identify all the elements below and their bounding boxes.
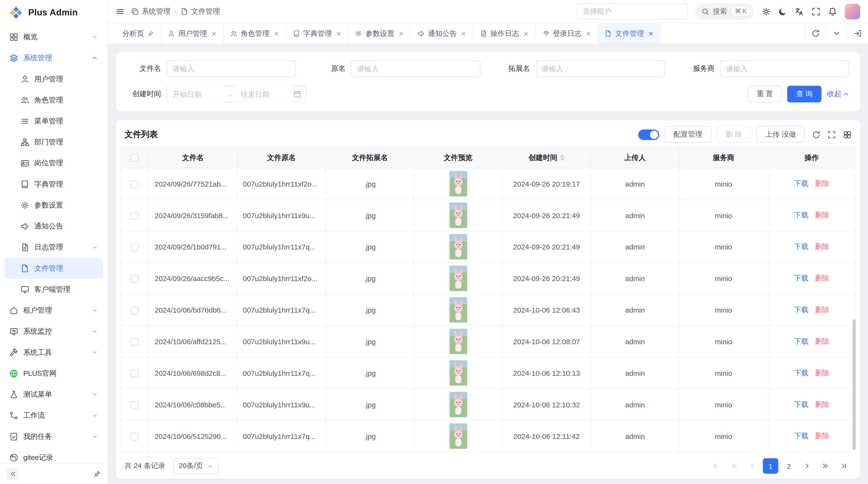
end-date-input[interactable]: [235, 86, 293, 102]
close-tab-icon[interactable]: ×: [399, 29, 404, 38]
delete-button[interactable]: 删 除: [717, 126, 751, 143]
row-checkbox[interactable]: [131, 212, 138, 220]
row-checkbox[interactable]: [131, 180, 138, 188]
page-button-2[interactable]: 2: [781, 458, 797, 474]
close-tab-icon[interactable]: ×: [524, 29, 528, 38]
download-link[interactable]: 下载: [794, 400, 808, 408]
reset-button[interactable]: 重 置: [748, 86, 782, 102]
download-link[interactable]: 下载: [794, 179, 808, 188]
sidebar-item-post-mgmt[interactable]: 岗位管理: [4, 153, 103, 174]
download-link[interactable]: 下载: [794, 305, 808, 314]
close-tab-icon[interactable]: ×: [274, 29, 279, 38]
sidebar-item-overview[interactable]: 概览: [4, 27, 103, 47]
download-link[interactable]: 下载: [794, 274, 808, 282]
download-link[interactable]: 下载: [794, 432, 808, 440]
table-scrollbar[interactable]: [852, 319, 856, 450]
notifications-button[interactable]: [828, 7, 837, 16]
row-checkbox[interactable]: [131, 401, 138, 409]
close-panel-button[interactable]: [847, 23, 868, 44]
row-checkbox[interactable]: [131, 244, 138, 251]
fullscreen-button[interactable]: [812, 7, 820, 16]
delete-link[interactable]: 删除: [815, 179, 830, 188]
tab-analysis[interactable]: 分析页: [116, 23, 161, 44]
config-button[interactable]: 配置管理: [665, 126, 711, 143]
file-preview-thumbnail[interactable]: [449, 392, 467, 417]
start-date-input[interactable]: [167, 86, 225, 102]
download-link[interactable]: 下载: [794, 368, 808, 377]
tab-dict[interactable]: 字典管理×: [286, 23, 348, 44]
sidebar-item-notice[interactable]: 通知公告: [4, 216, 103, 237]
toggle-switch[interactable]: [638, 129, 659, 140]
close-tab-icon[interactable]: ×: [212, 29, 216, 38]
tab-options-button[interactable]: [826, 23, 847, 44]
date-range-input[interactable]: →: [166, 86, 306, 102]
sidebar-item-client-mgmt[interactable]: 客户端管理: [4, 279, 103, 300]
delete-link[interactable]: 删除: [815, 305, 830, 314]
sidebar-item-system-mgmt[interactable]: 系统管理: [4, 47, 103, 68]
sidebar-item-dict-mgmt[interactable]: 字典管理: [4, 174, 103, 195]
delete-link[interactable]: 删除: [815, 243, 830, 251]
original-name-input[interactable]: [351, 60, 480, 77]
sidebar-item-gitee[interactable]: gitee记录: [4, 447, 103, 463]
row-checkbox[interactable]: [131, 369, 138, 377]
query-button[interactable]: 查 询: [787, 86, 822, 102]
collapse-sidebar-button[interactable]: [7, 468, 19, 480]
tenant-select[interactable]: [577, 3, 687, 20]
file-preview-thumbnail[interactable]: [449, 360, 467, 386]
fullscreen-table-button[interactable]: [828, 130, 836, 138]
sidebar-item-tenant-mgmt[interactable]: 租户管理: [4, 300, 103, 321]
row-checkbox[interactable]: [131, 306, 138, 314]
columns-setting-button[interactable]: [843, 130, 851, 138]
page-size-select[interactable]: 20条/页: [173, 458, 218, 474]
file-preview-thumbnail[interactable]: [449, 171, 467, 196]
sidebar-item-workflow[interactable]: 工作流: [4, 405, 103, 426]
sidebar-item-plus-site[interactable]: PLUS官网: [4, 363, 103, 384]
tab-login-log[interactable]: 登录日志×: [536, 23, 598, 44]
file-preview-thumbnail[interactable]: [449, 266, 467, 291]
sidebar-item-role-mgmt[interactable]: 角色管理: [4, 90, 103, 110]
select-all-checkbox[interactable]: [131, 154, 138, 161]
tab-param[interactable]: 参数设置×: [348, 23, 411, 44]
delete-link[interactable]: 删除: [815, 368, 830, 377]
file-preview-thumbnail[interactable]: [449, 202, 467, 228]
delete-link[interactable]: 删除: [815, 211, 830, 219]
first-page-button[interactable]: [708, 458, 723, 474]
pin-sidebar-button[interactable]: [93, 470, 101, 478]
sidebar-item-my-tasks[interactable]: 我的任务: [4, 426, 103, 447]
close-tab-icon[interactable]: ×: [461, 29, 466, 38]
tab-operation-log[interactable]: 操作日志×: [473, 23, 536, 44]
provider-input[interactable]: [720, 60, 849, 77]
sidebar-item-file-mgmt[interactable]: 文件管理: [4, 258, 103, 279]
dark-mode-button[interactable]: [778, 7, 787, 16]
file-preview-thumbnail[interactable]: [449, 234, 467, 260]
download-link[interactable]: 下载: [794, 243, 808, 251]
delete-link[interactable]: 删除: [815, 432, 830, 440]
sidebar-item-test-menu[interactable]: 测试菜单: [4, 384, 103, 405]
global-search[interactable]: 搜索 ⌘ K: [695, 3, 754, 20]
sidebar-item-system-monitor[interactable]: 系统监控: [4, 321, 103, 342]
settings-button[interactable]: [762, 7, 771, 16]
extension-input[interactable]: [535, 60, 665, 77]
upload-button[interactable]: 上传 没做: [756, 126, 805, 143]
next-page-button[interactable]: [799, 458, 815, 474]
sidebar-item-param-settings[interactable]: 参数设置: [4, 195, 103, 216]
row-checkbox[interactable]: [131, 433, 138, 440]
logo[interactable]: Plus Admin: [0, 0, 107, 26]
pin-tab-button[interactable]: [147, 30, 154, 37]
row-checkbox[interactable]: [131, 275, 138, 283]
download-link[interactable]: 下载: [794, 337, 808, 345]
close-tab-icon[interactable]: ×: [586, 29, 591, 38]
prev-page-button[interactable]: [745, 458, 760, 474]
last-page-button[interactable]: [836, 458, 851, 474]
delete-link[interactable]: 删除: [815, 274, 830, 282]
download-link[interactable]: 下载: [794, 211, 808, 219]
file-preview-thumbnail[interactable]: [449, 297, 467, 323]
sidebar-toggle-button[interactable]: [116, 7, 125, 16]
sidebar-item-system-tools[interactable]: 系统工具: [4, 342, 103, 363]
breadcrumb-item-system[interactable]: 系统管理: [131, 6, 170, 16]
tab-file[interactable]: 文件管理×: [598, 23, 660, 44]
sort-created-time-button[interactable]: [560, 154, 564, 161]
sidebar-item-log-mgmt[interactable]: 日志管理: [4, 237, 103, 258]
file-name-input[interactable]: [166, 60, 296, 77]
fast-prev-button[interactable]: [726, 458, 742, 474]
